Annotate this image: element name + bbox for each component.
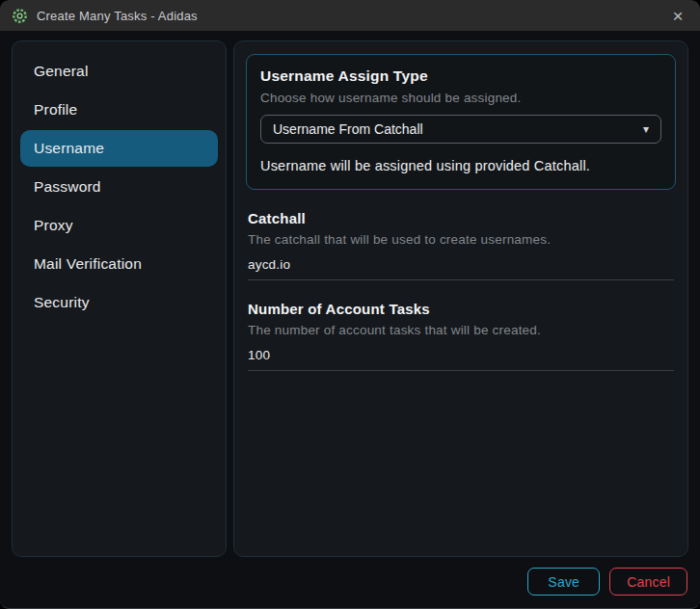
number-of-account-tasks-description: The number of account tasks that will be… — [248, 323, 674, 337]
sidebar-item-password[interactable]: Password — [20, 169, 218, 205]
titlebar: Create Many Tasks - Adidas × — [0, 0, 700, 31]
assign-type-helper: Username will be assigned using provided… — [260, 158, 661, 173]
sidebar-item-general[interactable]: General — [20, 53, 218, 90]
sidebar-item-security[interactable]: Security — [20, 284, 218, 321]
sidebar: General Profile Username Password Proxy … — [12, 40, 227, 557]
number-of-account-tasks-label: Number of Account Tasks — [248, 301, 674, 317]
assign-type-title: Username Assign Type — [260, 67, 661, 85]
footer: Save Cancel — [527, 568, 687, 596]
assign-type-description: Choose how username should be assigned. — [260, 91, 661, 105]
chevron-down-icon: ▾ — [643, 122, 649, 136]
sidebar-item-mail-verification[interactable]: Mail Verification — [20, 246, 218, 282]
select-value: Username From Catchall — [273, 121, 423, 137]
content-panel: Username Assign Type Choose how username… — [233, 40, 688, 557]
sidebar-item-proxy[interactable]: Proxy — [20, 207, 218, 244]
number-of-account-tasks-field-group: Number of Account Tasks The number of ac… — [246, 301, 676, 371]
number-of-account-tasks-input[interactable] — [248, 348, 674, 371]
username-assign-type-select[interactable]: Username From Catchall ▾ — [260, 115, 661, 144]
window-title: Create Many Tasks - Adidas — [37, 9, 198, 23]
sidebar-item-profile[interactable]: Profile — [20, 92, 218, 128]
cancel-button[interactable]: Cancel — [609, 568, 687, 596]
catchall-input[interactable] — [248, 257, 674, 280]
catchall-field-group: Catchall The catchall that will be used … — [246, 210, 676, 280]
create-many-tasks-dialog: Create Many Tasks - Adidas × General Pro… — [0, 0, 700, 609]
catchall-label: Catchall — [248, 210, 674, 226]
username-assign-type-card: Username Assign Type Choose how username… — [246, 54, 676, 190]
close-icon[interactable]: × — [665, 3, 690, 28]
sidebar-item-username[interactable]: Username — [20, 130, 218, 167]
aycd-logo-icon — [12, 8, 28, 24]
save-button[interactable]: Save — [527, 568, 600, 596]
catchall-description: The catchall that will be used to create… — [248, 232, 674, 247]
